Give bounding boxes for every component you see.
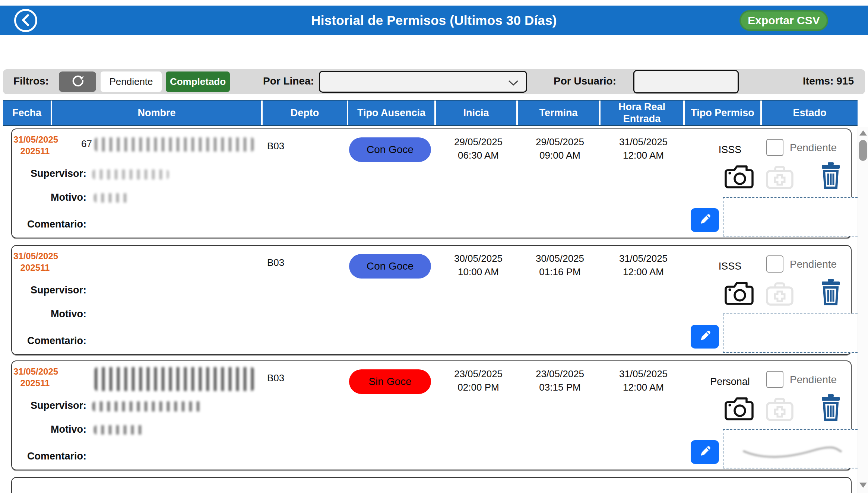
redacted-supervisor [92, 169, 169, 179]
pencil-icon [697, 212, 712, 228]
row-fecha: 31/05/2025 202511 [13, 250, 57, 273]
column-header-tipo-ausencia: Tipo Ausencia [348, 101, 434, 125]
row-depto: B03 [267, 257, 284, 268]
row-hora-real-entrada: 31/05/2025 12:00 AM [602, 367, 684, 394]
motivo-label: Motivo: [12, 308, 86, 320]
photo-button[interactable] [724, 279, 754, 308]
refresh-button[interactable] [59, 71, 96, 92]
column-header-termina: Termina [518, 101, 599, 125]
estado-label: Pendiente [790, 258, 837, 270]
tipo-ausencia-pill: Sin Goce [349, 369, 431, 394]
row-depto: B03 [267, 372, 284, 384]
supervisor-label: Supervisor: [12, 168, 86, 179]
trash-icon [821, 301, 840, 306]
edit-button[interactable] [691, 325, 719, 349]
medical-button[interactable] [765, 281, 794, 307]
estado-label: Pendiente [790, 374, 837, 386]
photo-button[interactable] [724, 163, 754, 191]
camera-icon [724, 186, 754, 191]
comentario-label: Comentario: [12, 335, 86, 347]
redacted-motivo [94, 425, 144, 435]
row-hora-real-entrada: 31/05/2025 12:00 AM [602, 135, 684, 162]
row-tipo-permiso: Personal [688, 376, 772, 388]
filter-bar: Filtros: Pendiente Completado Por Linea:… [3, 69, 865, 94]
scroll-up-button[interactable] [859, 130, 867, 136]
redacted-nombre [95, 137, 254, 152]
signature-box[interactable] [723, 197, 861, 236]
delete-button[interactable] [821, 394, 840, 422]
row-inicia: 30/05/2025 10:00 AM [437, 252, 519, 279]
export-csv-button[interactable]: Exportar CSV [739, 10, 828, 31]
chevron-down-icon [508, 80, 519, 86]
first-aid-kit-icon [765, 302, 794, 307]
tipo-ausencia-pill: Con Goce [349, 137, 431, 162]
top-bar: Historial de Permisos (Ultimos 30 Días) … [0, 6, 868, 35]
estado-checkbox[interactable] [766, 255, 783, 273]
camera-icon [724, 302, 754, 308]
medical-button[interactable] [765, 164, 794, 191]
filter-completado-button[interactable]: Completado [166, 71, 230, 92]
redacted-nombre [95, 367, 254, 391]
supervisor-label: Supervisor: [12, 400, 86, 411]
row-inicia: 23/05/2025 02:00 PM [437, 367, 519, 394]
column-header-estado: Estado [762, 101, 858, 125]
table-header: Fecha Nombre Depto Tipo Ausencia Inicia … [3, 100, 858, 126]
row-tipo-permiso: ISSS [688, 261, 772, 272]
row-nombre: 67 [81, 138, 92, 150]
row-termina: 23/05/2025 03:15 PM [519, 367, 601, 394]
trash-icon [821, 416, 840, 422]
supervisor-label: Supervisor: [12, 284, 86, 296]
column-header-hora-real-entrada: Hora Real Entrada [601, 101, 683, 125]
scroll-down-button[interactable] [859, 483, 867, 488]
permit-row: 31/05/2025 202511 Supervisor: Motivo: Co… [11, 245, 852, 355]
comentario-label: Comentario: [12, 451, 86, 462]
first-aid-kit-icon [765, 417, 794, 423]
edit-button[interactable] [691, 208, 719, 232]
column-header-nombre: Nombre [52, 101, 261, 125]
delete-button[interactable] [821, 162, 840, 190]
redacted-supervisor [92, 401, 204, 411]
row-termina: 29/05/2025 09:00 AM [519, 135, 601, 162]
pencil-icon [697, 444, 712, 460]
signature-mark [738, 437, 846, 463]
row-depto: B03 [267, 140, 284, 152]
por-usuario-label: Por Usuario: [554, 75, 616, 87]
row-tipo-permiso: ISSS [688, 144, 772, 156]
permit-row-partial [11, 477, 852, 493]
edit-button[interactable] [691, 440, 719, 464]
delete-button[interactable] [821, 279, 840, 306]
tipo-ausencia-pill: Con Goce [349, 254, 431, 279]
permit-row: 31/05/2025 202511 67 Supervisor: Motivo:… [11, 128, 852, 238]
column-header-depto: Depto [263, 101, 347, 125]
medical-button[interactable] [765, 396, 794, 423]
por-linea-label: Por Linea: [263, 75, 314, 87]
trash-icon [821, 184, 840, 190]
comentario-label: Comentario: [12, 219, 86, 230]
signature-box[interactable] [723, 429, 861, 468]
pencil-icon [697, 329, 712, 345]
scrollbar-track[interactable] [858, 127, 868, 493]
first-aid-kit-icon [765, 185, 794, 191]
motivo-label: Motivo: [12, 192, 86, 203]
por-usuario-input[interactable] [633, 70, 739, 93]
motivo-label: Motivo: [12, 424, 86, 435]
estado-label: Pendiente [790, 142, 837, 154]
estado-checkbox[interactable] [766, 139, 783, 156]
scroll-thumb[interactable] [859, 140, 867, 161]
por-linea-select[interactable] [319, 71, 527, 93]
refresh-icon [70, 73, 85, 90]
redacted-motivo [94, 193, 129, 203]
filter-pendiente-button[interactable]: Pendiente [101, 71, 162, 92]
column-header-fecha: Fecha [3, 101, 51, 125]
signature-box[interactable] [723, 314, 861, 353]
permit-row: 31/05/2025 202511 Supervisor: Motivo: Co… [11, 360, 852, 470]
photo-button[interactable] [724, 395, 754, 423]
page-title: Historial de Permisos (Ultimos 30 Días) [0, 6, 868, 35]
column-header-inicia: Inicia [436, 101, 516, 125]
row-inicia: 29/05/2025 06:30 AM [437, 135, 519, 162]
row-termina: 30/05/2025 01:16 PM [519, 252, 601, 279]
items-count: Items: 915 [803, 75, 854, 87]
estado-checkbox[interactable] [766, 371, 783, 388]
camera-icon [724, 418, 754, 423]
row-fecha: 31/05/2025 202511 [13, 366, 57, 389]
